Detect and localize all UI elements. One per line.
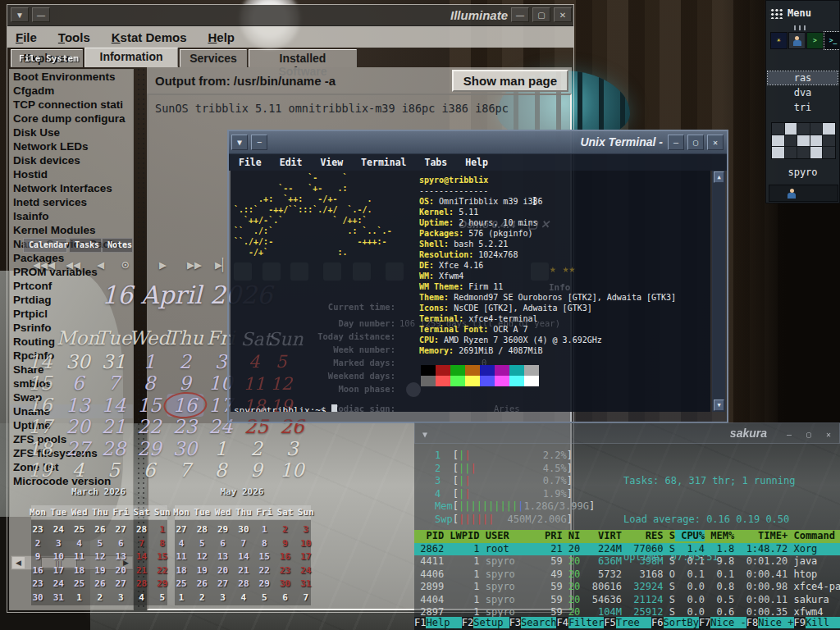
fkey-label[interactable]: F2	[462, 617, 473, 628]
fkey-action[interactable]: Kill	[806, 617, 840, 628]
fkey-action[interactable]: Tree	[616, 617, 651, 628]
pager-cell[interactable]	[797, 135, 810, 147]
terminal-titlebar[interactable]: ▼ − Unix Terminal - — ▢ ✕	[229, 131, 727, 154]
splitter-handle[interactable]	[135, 69, 147, 610]
process-row[interactable]: 4406 1 spyro 49 20 5732 3168 O 0.1 0.1 0…	[414, 568, 840, 582]
sidebar-item-prtpicl[interactable]: Prtpicl	[10, 307, 133, 321]
terminal-dark-icon[interactable]: >_	[824, 32, 840, 49]
pager-cell[interactable]	[810, 123, 823, 135]
fkey-label[interactable]: F7	[699, 617, 710, 628]
pager-cell[interactable]	[785, 123, 797, 135]
tab-information[interactable]: Information	[84, 48, 178, 67]
tab-installed-software[interactable]: Installed Software	[249, 49, 357, 67]
menu-item-tools[interactable]: Tools	[58, 30, 90, 44]
sidebar-item-routing[interactable]: Routing	[10, 335, 133, 349]
fkey-action[interactable]: Nice -	[710, 617, 746, 628]
scroll-right-icon[interactable]: ▶	[120, 557, 132, 568]
menu-item-help[interactable]: Help	[208, 30, 235, 44]
terminal-menu-item-file[interactable]: File	[239, 157, 262, 168]
sidebar-item-prtconf[interactable]: Prtconf	[10, 279, 133, 293]
sidebar-item-kernel-modules[interactable]: Kernel Modules	[10, 223, 133, 237]
window-menu-icon[interactable]: ▼	[231, 135, 248, 150]
sidebar-item-prom-variables[interactable]: PROM variables	[10, 265, 133, 279]
tab-services[interactable]: Services	[180, 49, 247, 67]
minimize-icon[interactable]: —	[511, 7, 529, 22]
workspace-dva[interactable]: dva	[768, 86, 838, 99]
fkey-label[interactable]: F9	[794, 617, 806, 628]
sidebar-item-name-service-cache[interactable]: Name Service Cache	[10, 237, 133, 251]
sidebar-item-packages[interactable]: Packages	[10, 251, 133, 265]
sidebar-item-uptime[interactable]: Uptime	[10, 418, 133, 432]
workspace-tri[interactable]: tri	[768, 101, 838, 114]
terminal-menu-item-view[interactable]: View	[320, 157, 343, 168]
sidebar-item-core-dump-configura[interactable]: Core dump configura	[10, 112, 133, 126]
user-icon[interactable]	[788, 32, 806, 49]
scrollbar-thumb[interactable]: |||	[41, 557, 77, 568]
panel-menu-button[interactable]: Menu	[769, 3, 838, 23]
fkey-label[interactable]: F3	[509, 617, 521, 628]
workspace-ras[interactable]: ras	[768, 71, 838, 84]
show-man-page-button[interactable]: Show man page	[452, 70, 568, 92]
fkey-action[interactable]: Setup	[473, 617, 509, 628]
sidebar-item-disk-use[interactable]: Disk Use	[10, 126, 133, 139]
pager-cell[interactable]	[772, 123, 784, 135]
close-icon[interactable]: ✕	[821, 427, 836, 441]
minimize-icon[interactable]: —	[782, 427, 797, 441]
fkey-action[interactable]: Nice +	[758, 617, 793, 628]
illuminate-titlebar[interactable]: ▼ — Illuminate — ▢ ✕	[7, 5, 573, 26]
terminal-green-icon[interactable]: >	[806, 32, 824, 49]
sidebar-item-disk-devices[interactable]: Disk devices	[10, 153, 133, 167]
sidebar-item-network-leds[interactable]: Network LEDs	[10, 139, 133, 153]
sidebar-item-hostid[interactable]: Hostid	[10, 167, 133, 181]
fkey-action[interactable]: Search	[521, 617, 556, 628]
fkey-label[interactable]: F1	[414, 617, 426, 628]
process-row[interactable]: 4411 1 spyro 59 20 636M 398M S 0.1 9.8 0…	[414, 555, 840, 568]
pager-cell[interactable]	[823, 135, 835, 147]
shade-icon[interactable]: −	[251, 135, 267, 150]
terminal-menu-item-help[interactable]: Help	[465, 157, 488, 168]
sidebar-item-psrinfo[interactable]: Psrinfo	[10, 321, 133, 335]
maximize-icon[interactable]: ▢	[687, 135, 704, 150]
pager-cell[interactable]	[797, 147, 810, 158]
sidebar-item-prtdiag[interactable]: Prtdiag	[10, 293, 133, 307]
sidebar-item-zfs-filesystems[interactable]: ZFS filesystems	[10, 446, 133, 460]
terminal-screen[interactable]: Osmo 0.4.4 − ▢ ✕★ ★★InfoSatSun4511121819…	[231, 171, 710, 412]
fkey-label[interactable]: F6	[651, 617, 663, 628]
process-row[interactable]: 2899 1 spyro 59 20 80616 32924 S 0.0 0.8…	[414, 581, 840, 594]
sidebar-item-zfs-pools[interactable]: ZFS pools	[10, 432, 133, 446]
fkey-label[interactable]: F5	[604, 617, 615, 628]
sidebar-item-zone-list[interactable]: Zone list	[10, 460, 133, 474]
sidebar-item-rpcinfo[interactable]: Rpcinfo	[10, 349, 133, 363]
sidebar-item-tcp-connection-stati[interactable]: TCP connection stati	[10, 98, 133, 112]
sidebar-item-uname[interactable]: Uname	[10, 404, 133, 418]
maximize-icon[interactable]: ▢	[532, 7, 550, 22]
fkey-label[interactable]: F4	[556, 617, 568, 628]
window-menu-icon[interactable]: ▼	[11, 7, 29, 22]
pager-cell[interactable]	[810, 147, 823, 158]
terminal-menu-item-tabs[interactable]: Tabs	[425, 157, 448, 168]
xview-icon[interactable]: ☀	[770, 32, 788, 49]
pager-cell[interactable]	[797, 123, 810, 135]
fkey-action[interactable]: Filter	[568, 617, 604, 628]
process-table-header[interactable]: PID LWPID USER PRI NI VIRT RES S CPU% ME…	[414, 530, 840, 543]
sidebar-item-inetd-services[interactable]: Inetd services	[10, 195, 133, 209]
close-icon[interactable]: ✕	[554, 7, 572, 22]
pager-cell[interactable]	[823, 147, 835, 158]
shade-icon[interactable]: —	[32, 7, 50, 22]
user-tray-icon[interactable]	[788, 189, 796, 199]
sidebar-item-isainfo[interactable]: Isainfo	[10, 209, 133, 223]
pager-cell[interactable]	[785, 135, 797, 147]
window-menu-icon[interactable]: ▼	[418, 427, 432, 441]
sakura-titlebar[interactable]: ▼ sakura — ▢ ✕	[414, 422, 840, 444]
fkey-label[interactable]: F8	[746, 617, 758, 628]
scroll-down-icon[interactable]: ▼	[714, 399, 724, 411]
sidebar-item-share[interactable]: Share	[10, 363, 133, 377]
sidebar-item-network-interfaces[interactable]: Network Interfaces	[10, 181, 133, 195]
pager-cell[interactable]	[785, 147, 797, 158]
fkey-action[interactable]: SortBy	[664, 617, 699, 628]
sidebar-item-boot-environments[interactable]: Boot Environments	[10, 70, 133, 84]
sidebar-item-smbios[interactable]: smbios	[10, 377, 133, 390]
menu-item-file[interactable]: File	[16, 30, 37, 44]
close-icon[interactable]: ✕	[707, 135, 724, 150]
sidebar-item-swap[interactable]: Swap	[10, 390, 133, 404]
